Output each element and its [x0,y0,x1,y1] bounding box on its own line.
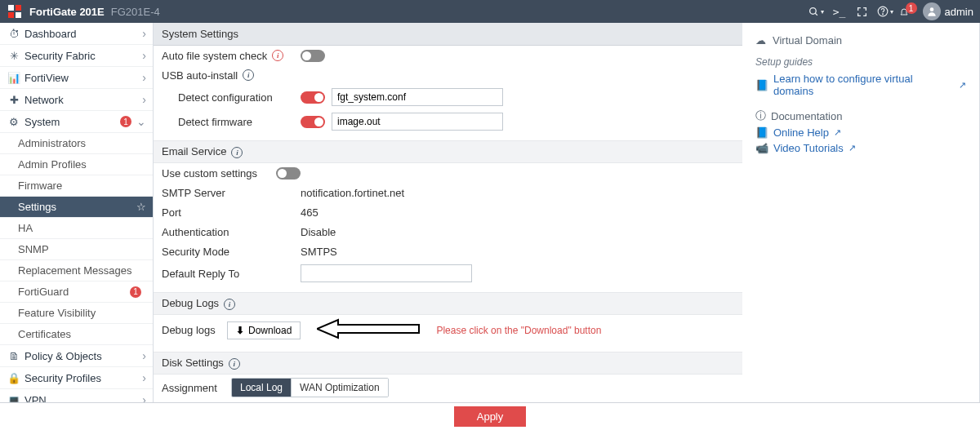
fortiview-icon: 📊 [8,72,20,83]
nav-administrators[interactable]: Administrators [0,133,153,154]
chevron-right-icon: › [142,27,146,40]
chevron-right-icon: › [142,71,146,84]
row-smtp-server: SMTP Server notification.fortinet.net [154,183,742,202]
external-link-icon: ↗ [849,143,856,153]
vdom-link[interactable]: 📘Learn how to configure virtual domains↗ [755,73,966,97]
search-icon[interactable] [808,2,826,20]
nav-feature-visibility[interactable]: Feature Visibility [0,303,153,324]
row-debug-logs: Debug logs ⬇Download Please click on the… [154,315,742,345]
annotation-text: Please click on the "Download" button [436,325,601,336]
product-name: FortiGate 201E [29,6,105,18]
nav-snmp[interactable]: SNMP [0,239,153,260]
network-icon: ✚ [8,94,20,105]
footer: Apply [0,402,980,430]
chevron-right-icon: › [142,93,146,106]
svg-line-1 [815,13,817,16]
nav-firmware[interactable]: Firmware [0,175,153,197]
auth-value: Disable [301,226,734,238]
fabric-icon: ✳ [8,50,20,61]
usb-auto-install-label: USB auto-install [162,69,238,82]
assignment-wan-opt[interactable]: WAN Optimization [291,379,388,397]
vdom-heading: ☁Virtual Domain [755,34,966,47]
nav-system[interactable]: ⚙System1⌄ [0,111,153,133]
secmode-value: SMTPS [301,246,734,258]
dashboard-icon: ⏱ [8,28,20,39]
video-icon: 📹 [755,142,768,154]
info-icon[interactable]: i [224,299,235,310]
reply-to-label: Default Reply To [162,268,301,280]
page-title: System Settings [154,23,742,46]
external-link-icon: ↗ [959,80,966,91]
fullscreen-icon[interactable] [853,2,871,20]
right-panel: ☁Virtual Domain Setup guides 📘Learn how … [742,23,979,430]
nav-certificates[interactable]: Certificates [0,324,153,345]
help-icon: ⓘ [755,109,766,123]
svg-point-4 [929,7,933,11]
row-reply-to: Default Reply To [154,261,742,286]
video-tutorials-link[interactable]: 📹Video Tutorials↗ [755,142,966,154]
assignment-label: Assignment [162,382,231,394]
row-detect-firmware: Detect firmware [154,109,742,134]
username[interactable]: admin [945,6,973,18]
info-icon[interactable]: i [243,69,254,81]
auto-fs-check-label: Auto file system check [162,50,267,62]
chevron-right-icon: › [142,349,146,362]
debug-logs-title: Debug Logsi [154,292,742,315]
detect-firmware-input[interactable] [332,113,503,131]
online-help-link[interactable]: 📘Online Help↗ [755,126,966,139]
apply-button[interactable]: Apply [454,406,527,427]
assignment-local-log[interactable]: Local Log [232,379,291,397]
row-auto-fs-check: Auto file system checki [154,46,742,65]
info-icon[interactable]: i [231,147,243,158]
chevron-right-icon: › [142,371,146,384]
doc-heading: ⓘDocumentation [755,109,966,123]
bell-icon[interactable]: 1 [899,2,917,20]
nav-replacement-messages[interactable]: Replacement Messages [0,260,153,281]
reply-to-input[interactable] [301,264,472,282]
disk-settings-title: Disk Settingsi [154,352,742,375]
svg-point-0 [810,7,817,14]
lock-icon: 🔒 [8,372,20,383]
secmode-label: Security Mode [162,246,301,258]
row-secmode: Security Mode SMTPS [154,242,742,261]
info-icon[interactable]: i [272,50,283,61]
row-assignment: Assignment Local Log WAN Optimization [154,375,742,401]
use-custom-toggle[interactable] [276,167,301,180]
nav-policy-objects[interactable]: 🗎Policy & Objects› [0,345,153,367]
chevron-down-icon: ⌄ [136,115,146,128]
detect-config-toggle[interactable] [301,91,325,104]
smtp-server-value: notification.fortinet.net [301,187,734,199]
row-usb-auto-install: USB auto-installi [154,65,742,85]
auto-fs-check-toggle[interactable] [301,50,325,62]
topbar: FortiGate 201E FG201E-4 >_ 1 admin [0,0,980,23]
cloud-icon: ☁ [755,34,766,47]
cli-icon[interactable]: >_ [831,2,849,20]
nav-fortiview[interactable]: 📊FortiView› [0,67,153,89]
row-auth: Authentication Disable [154,222,742,242]
nav-ha[interactable]: HA [0,218,153,239]
nav-security-fabric[interactable]: ✳Security Fabric› [0,45,153,67]
port-value: 465 [301,206,734,219]
email-service-title: Email Servicei [154,140,742,163]
detect-firmware-toggle[interactable] [301,116,325,128]
nav-fortiguard[interactable]: FortiGuard1 [0,281,153,303]
nav-admin-profiles[interactable]: Admin Profiles [0,154,153,175]
nav-security-profiles[interactable]: 🔒Security Profiles› [0,367,153,389]
book-icon: 📘 [755,126,768,139]
debug-logs-label: Debug logs [162,324,227,336]
nav-dashboard[interactable]: ⏱Dashboard› [0,23,153,45]
detect-config-input[interactable] [332,88,503,106]
system-badge: 1 [120,116,131,127]
detect-config-label: Detect configuration [162,91,301,104]
setup-guides-label: Setup guides [755,56,966,68]
row-detect-config: Detect configuration [154,85,742,109]
fortiguard-badge: 1 [130,286,141,298]
star-icon[interactable]: ☆ [136,201,146,213]
help-icon[interactable] [876,2,894,20]
user-avatar-icon[interactable] [923,2,941,20]
nav-settings[interactable]: Settings☆ [0,197,153,218]
download-button[interactable]: ⬇Download [227,321,301,339]
info-icon[interactable]: i [229,358,240,370]
nav-network[interactable]: ✚Network› [0,89,153,111]
notification-badge: 1 [906,2,917,14]
